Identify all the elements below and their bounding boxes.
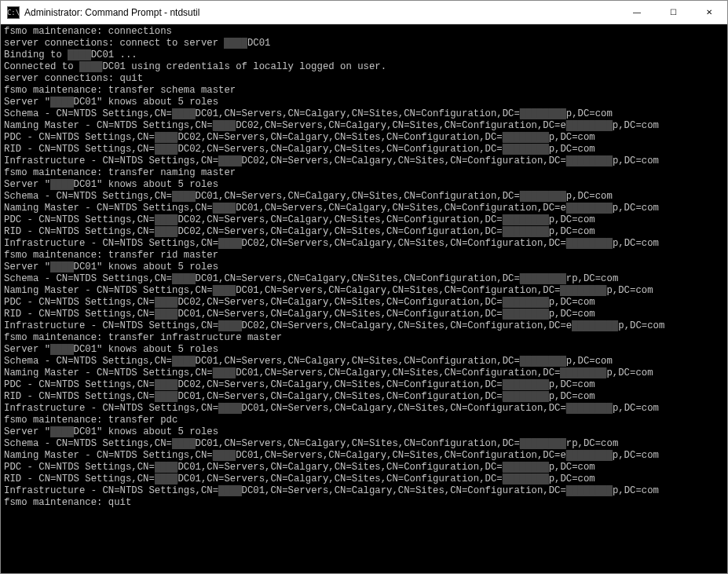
terminal-line: Schema - CN=NTDS Settings,CN=████DC01,CN… — [4, 356, 724, 367]
command-prompt-window: C:\ Administrator: Command Prompt - ntds… — [0, 0, 728, 574]
terminal-text: DC01,CN=Servers,CN=Calgary,CN=Sites,CN=C… — [196, 356, 520, 367]
terminal-text: Naming Master - CN=NTDS Settings,CN= — [4, 120, 213, 131]
terminal-text: PDC - CN=NTDS Settings,CN= — [4, 214, 155, 225]
terminal-line: Infrastructure - CN=NTDS Settings,CN=███… — [4, 155, 724, 167]
titlebar[interactable]: C:\ Administrator: Command Prompt - ntds… — [1, 1, 727, 24]
terminal-text: DC02,CN=Servers,CN=Calgary,CN=Sites,CN=C… — [236, 120, 566, 131]
terminal-line: Connected to ████DC01 using credentials … — [4, 61, 724, 73]
terminal-text: DC01" knows about 5 roles — [74, 261, 218, 272]
terminal-line: fsmo maintenance: connections — [4, 26, 724, 38]
terminal-text: DC02,CN=Servers,CN=Calgary,CN=Sites,CN=C… — [177, 379, 502, 390]
redacted-text: ████ — [218, 320, 242, 331]
terminal-text: rp,DC=com — [566, 273, 618, 284]
terminal-text: DC02,CN=Servers,CN=Calgary,CN=Sites,CN=C… — [242, 238, 566, 249]
terminal-text: p,DC=com — [613, 203, 659, 214]
terminal-text: DC01,CN=Servers,CN=Calgary,CN=Sites,CN=C… — [236, 367, 560, 378]
terminal-text: p,DC=com — [566, 191, 613, 202]
terminal-text: Server " — [4, 97, 50, 108]
redacted-text: ████ — [213, 285, 236, 296]
terminal-text: DC01" knows about 5 roles — [74, 97, 218, 108]
terminal-text: Infrastructure - CN=NTDS Settings,CN= — [4, 155, 218, 166]
redacted-text: ████████ — [503, 462, 549, 473]
terminal-text: p,DC=com — [613, 403, 659, 414]
terminal-line: RID - CN=NTDS Settings,CN=████DC02,CN=Se… — [4, 226, 724, 238]
terminal-text: DC01,CN=Servers,CN=Calgary,CN=Sites,CN=C… — [196, 273, 520, 284]
terminal-line: Server "████DC01" knows about 5 roles — [4, 344, 724, 356]
terminal-text: Schema - CN=NTDS Settings,CN= — [4, 191, 172, 202]
terminal-line: fsmo maintenance: transfer naming master — [4, 167, 724, 179]
redacted-text: ████████ — [503, 132, 549, 143]
redacted-text: ████ — [172, 108, 196, 119]
terminal-text: Infrastructure - CN=NTDS Settings,CN= — [4, 485, 218, 496]
terminal-text: p,DC=com — [549, 214, 595, 225]
terminal-text: DC02,CN=Servers,CN=Calgary,CN=Sites,CN=C… — [242, 155, 566, 166]
redacted-text: ████ — [155, 226, 178, 237]
terminal-text: RID - CN=NTDS Settings,CN= — [4, 473, 155, 484]
terminal-text: fsmo maintenance: transfer schema master — [4, 85, 236, 96]
terminal-text: DC01,CN=Servers,CN=Calgary,CN=Sites,CN=C… — [236, 285, 560, 296]
terminal-text: p,DC=com — [549, 309, 595, 320]
redacted-text: ████ — [50, 261, 74, 272]
terminal-text: p,DC=com — [606, 367, 653, 378]
terminal-text: DC01" knows about 5 roles — [74, 179, 218, 190]
terminal-line: RID - CN=NTDS Settings,CN=████DC01,CN=Se… — [4, 391, 724, 403]
redacted-text: ████ — [155, 214, 178, 225]
redacted-text: ████████ — [503, 379, 549, 390]
redacted-text: ████ — [213, 450, 236, 461]
close-button[interactable]: ✕ — [691, 1, 727, 24]
terminal-text: DC01" knows about 5 roles — [74, 344, 218, 355]
terminal-text: Naming Master - CN=NTDS Settings,CN= — [4, 450, 213, 461]
terminal-line: fsmo maintenance: transfer rid master — [4, 250, 724, 261]
terminal-text: p,DC=com — [618, 320, 664, 331]
terminal-output[interactable]: fsmo maintenance: connectionsserver conn… — [1, 24, 727, 573]
terminal-line: Infrastructure - CN=NTDS Settings,CN=███… — [4, 485, 724, 497]
minimize-button[interactable]: — — [619, 1, 655, 24]
terminal-text: DC02,CN=Servers,CN=Calgary,CN=Sites,CN=C… — [242, 320, 573, 331]
terminal-text: DC01 — [247, 38, 271, 49]
redacted-text: ████ — [172, 191, 196, 202]
terminal-line: PDC - CN=NTDS Settings,CN=████DC02,CN=Se… — [4, 297, 724, 309]
redacted-text: ████████ — [560, 285, 606, 296]
redacted-text: ████████ — [566, 238, 613, 249]
terminal-text: p,DC=com — [613, 450, 659, 461]
terminal-text: DC02,CN=Servers,CN=Calgary,CN=Sites,CN=C… — [177, 226, 502, 237]
terminal-text: fsmo maintenance: quit — [4, 497, 131, 508]
terminal-line: Server "████DC01" knows about 5 roles — [4, 97, 724, 108]
terminal-line: Naming Master - CN=NTDS Settings,CN=████… — [4, 120, 724, 132]
terminal-text: Schema - CN=NTDS Settings,CN= — [4, 108, 172, 119]
terminal-text: PDC - CN=NTDS Settings,CN= — [4, 297, 155, 308]
redacted-text: ████ — [213, 367, 236, 378]
terminal-text: DC01,CN=Servers,CN=Calgary,CN=Sites,CN=C… — [177, 473, 502, 484]
terminal-line: Server "████DC01" knows about 5 roles — [4, 426, 724, 438]
maximize-button[interactable]: ☐ — [655, 1, 691, 24]
terminal-line: PDC - CN=NTDS Settings,CN=████DC02,CN=Se… — [4, 214, 724, 226]
terminal-text: Server " — [4, 261, 50, 272]
redacted-text: ████████ — [520, 191, 566, 202]
redacted-text: ████ — [218, 485, 242, 496]
redacted-text: ████ — [213, 120, 236, 131]
terminal-line: Naming Master - CN=NTDS Settings,CN=████… — [4, 203, 724, 214]
terminal-text: server connections: quit — [4, 73, 143, 84]
terminal-text: p,DC=com — [549, 473, 595, 484]
terminal-text: Schema - CN=NTDS Settings,CN= — [4, 356, 172, 367]
terminal-line: Schema - CN=NTDS Settings,CN=████DC01,CN… — [4, 108, 724, 120]
terminal-text: p,DC=com — [566, 356, 613, 367]
redacted-text: ████████ — [503, 473, 549, 484]
terminal-text: p,DC=com — [613, 238, 659, 249]
terminal-text: fsmo maintenance: transfer naming master — [4, 167, 236, 178]
terminal-text: PDC - CN=NTDS Settings,CN= — [4, 462, 155, 473]
redacted-text: ████████ — [566, 203, 613, 214]
terminal-text: DC01 ... — [91, 49, 137, 60]
terminal-line: PDC - CN=NTDS Settings,CN=████DC02,CN=Se… — [4, 379, 724, 391]
terminal-text: p,DC=com — [606, 285, 653, 296]
terminal-text: Infrastructure - CN=NTDS Settings,CN= — [4, 320, 218, 331]
window-title: Administrator: Command Prompt - ntdsutil — [24, 7, 619, 18]
terminal-text: p,DC=com — [549, 144, 595, 155]
terminal-line: PDC - CN=NTDS Settings,CN=████DC02,CN=Se… — [4, 132, 724, 144]
redacted-text: ████████ — [520, 108, 566, 119]
redacted-text: ████ — [224, 38, 247, 49]
redacted-text: ████ — [218, 155, 242, 166]
terminal-text: fsmo maintenance: transfer rid master — [4, 250, 218, 261]
terminal-text: DC01,CN=Servers,CN=Calgary,CN=Sites,CN=C… — [242, 485, 566, 496]
terminal-text: DC02,CN=Servers,CN=Calgary,CN=Sites,CN=C… — [177, 297, 502, 308]
